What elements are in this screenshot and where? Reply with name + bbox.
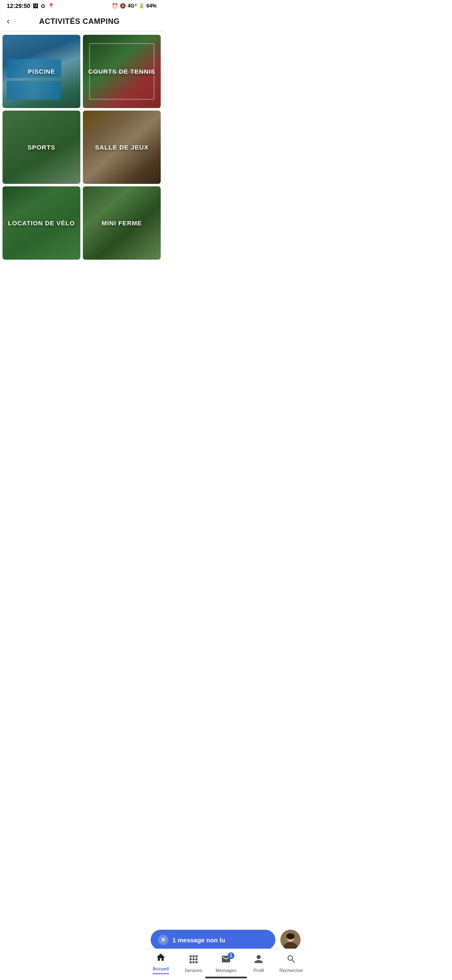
page-title: ACTIVITÉS CAMPING [15,17,157,26]
signal-icon: 4G⁺ [128,3,137,9]
activity-card-tennis[interactable]: COURTS DE TENNIS [83,35,161,108]
header: ‹ ACTIVITÉS CAMPING [0,12,163,31]
activity-label-velo: LOCATION DE VÉLO [5,219,78,227]
back-button[interactable]: ‹ [7,16,15,27]
mute-icon: 🔕 [120,3,126,9]
battery-icon: 🔋 [139,3,145,9]
activity-label-sports: SPORTS [24,143,59,152]
activity-label-jeux: SALLE DE JEUX [92,143,152,152]
activity-label-tennis: COURTS DE TENNIS [85,67,159,76]
activity-label-piscine: PISCINE [24,67,59,76]
sync-icon: ⊙ [41,3,45,9]
photo-icon: 🖼 [33,3,38,9]
status-time: 12:29:50 [7,3,30,9]
activity-card-sports[interactable]: SPORTS [3,111,80,184]
status-bar: 12:29:50 🖼 ⊙ 📍 ⏰ 🔕 4G⁺ 🔋 64% [0,0,163,12]
battery-level: 64% [146,3,157,9]
alarm-icon: ⏰ [112,3,118,9]
activity-card-jeux[interactable]: SALLE DE JEUX [83,111,161,184]
activity-label-ferme: MINI FERME [98,219,145,227]
activity-card-piscine[interactable]: PISCINE [3,35,80,108]
location-icon: 📍 [48,3,54,9]
activity-card-ferme[interactable]: MINI FERME [83,186,161,260]
activity-card-velo[interactable]: LOCATION DE VÉLO [3,186,80,260]
activities-grid: PISCINE COURTS DE TENNIS SPORTS SALLE DE… [0,31,163,263]
